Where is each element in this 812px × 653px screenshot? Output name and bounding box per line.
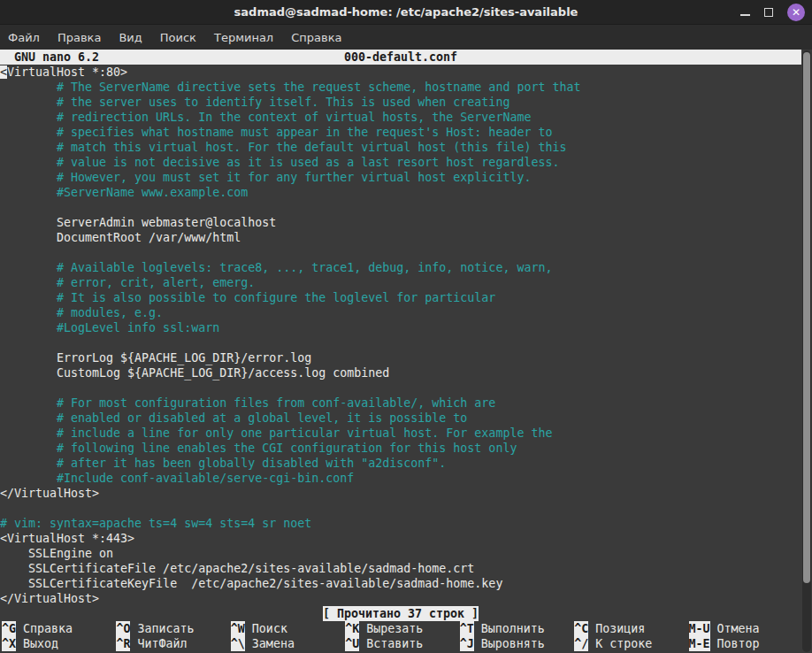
editor-line: # vim: syntax=apache ts=4 sw=4 sts=4 sr … — [0, 516, 801, 531]
shortcut-key: ^/ — [574, 636, 588, 651]
shortcut-item: ^/К строке — [572, 636, 686, 651]
shortcut-key: ^C — [574, 621, 588, 636]
editor-line: SSLEngine on — [0, 546, 801, 561]
editor-line: </VirtualHost> — [0, 486, 801, 501]
editor-line: # error, crit, alert, emerg. — [0, 275, 801, 290]
menu-item-terminal[interactable]: Терминал — [214, 31, 273, 44]
editor-line: # It is also possible to configure the l… — [0, 290, 801, 305]
menu-item-file[interactable]: Файл — [8, 31, 40, 44]
editor-line — [0, 245, 801, 260]
editor-line: #ServerName www.example.com — [0, 185, 801, 200]
nano-status-line: [ Прочитано 37 строк ] — [0, 606, 801, 621]
window-titlebar[interactable]: sadmad@sadmad-home: /etc/apache2/sites-a… — [0, 0, 812, 25]
shortcut-key: ^O — [116, 621, 130, 636]
shortcut-key: ^X — [2, 636, 16, 651]
close-icon: ✕ — [792, 7, 801, 18]
editor-line: # match this virtual host. For the defau… — [0, 140, 801, 155]
editor-line — [0, 380, 801, 396]
shortcut-item: ^GСправка — [0, 621, 114, 636]
shortcut-key: M-U — [689, 621, 710, 636]
nano-editor: GNU nano 6.2 000-default.conf <VirtualHo… — [0, 50, 801, 653]
status-message: [ Прочитано 37 строк ] — [323, 606, 479, 621]
shortcut-item: ^CПозиция — [572, 621, 686, 636]
editor-line — [0, 335, 801, 350]
editor-line: # include a line for only one particular… — [0, 426, 801, 441]
editor-line: CustomLog ${APACHE_LOG_DIR}/access.log c… — [0, 365, 801, 380]
editor-line: # The ServerName directive sets the requ… — [0, 80, 801, 95]
shortcut-label: Выровнять — [474, 636, 545, 651]
shortcut-item: ^WПоиск — [229, 621, 343, 636]
shortcut-key: ^R — [116, 636, 130, 651]
editor-line: <VirtualHost *:443> — [0, 531, 801, 546]
shortcut-item: ^TВыполнить — [458, 621, 572, 636]
shortcut-label: Позиция — [588, 621, 645, 636]
maximize-button[interactable] — [764, 8, 773, 17]
menu-item-help[interactable]: Справка — [291, 31, 341, 44]
editor-line: #Include conf-available/serve-cgi-bin.co… — [0, 471, 801, 486]
window-controls: ✕ — [740, 0, 805, 25]
shortcut-label: Поиск — [245, 621, 287, 636]
editor-line: DocumentRoot /var/www/html — [0, 230, 801, 245]
menu-item-edit[interactable]: Правка — [57, 31, 101, 44]
shortcut-key: ^J — [460, 636, 474, 651]
editor-line — [0, 501, 801, 516]
shortcut-label: ЧитФайл — [130, 636, 187, 651]
editor-line: # specifies what hostname must appear in… — [0, 125, 801, 140]
menu-bar: ФайлПравкаВидПоискТерминалСправка — [0, 25, 812, 50]
editor-line: # following line enables the CGI configu… — [0, 441, 801, 456]
terminal-screen[interactable]: GNU nano 6.2 000-default.conf <VirtualHo… — [0, 50, 812, 653]
shortcut-key: ^K — [345, 621, 359, 636]
shortcut-key: ^U — [345, 636, 359, 651]
shortcut-key: ^G — [2, 621, 16, 636]
menu-item-search[interactable]: Поиск — [160, 31, 196, 44]
shortcut-item: ^RЧитФайл — [114, 636, 228, 651]
editor-line: # redirection URLs. In the context of vi… — [0, 110, 801, 125]
shortcut-item: ^JВыровнять — [458, 636, 572, 651]
nano-shortcuts-row1: ^GСправка^OЗаписать^WПоиск^KВырезать^TВы… — [0, 621, 801, 636]
editor-line: <VirtualHost *:80> — [0, 65, 801, 80]
editor-line: # enabled or disabled at a global level,… — [0, 411, 801, 426]
shortcut-item: M-UОтмена — [687, 621, 801, 636]
shortcut-item: ^XВыход — [0, 636, 114, 651]
shortcut-label: Выход — [16, 636, 58, 651]
editor-line: # For most configuration files from conf… — [0, 396, 801, 411]
editor-line: ErrorLog ${APACHE_LOG_DIR}/error.log — [0, 350, 801, 365]
editor-line: ServerAdmin webmaster@localhost — [0, 215, 801, 230]
shortcut-key: ^W — [231, 621, 245, 636]
shortcut-item: ^UВставить — [343, 636, 457, 651]
shortcut-key: ^T — [460, 621, 474, 636]
shortcut-item: ^KВырезать — [343, 621, 457, 636]
nano-filename: 000-default.conf — [0, 50, 801, 65]
editor-line: # the server uses to identify itself. Th… — [0, 95, 801, 110]
scrollbar-track[interactable] — [802, 50, 811, 652]
terminal-window: sadmad@sadmad-home: /etc/apache2/sites-a… — [0, 0, 812, 653]
shortcut-label: Справка — [16, 621, 73, 636]
shortcut-label: Отмена — [710, 621, 760, 636]
nano-shortcuts-row2: ^XВыход^RЧитФайл^\Замена^UВставить^JВыро… — [0, 636, 801, 651]
nano-header-bar: GNU nano 6.2 000-default.conf — [0, 50, 801, 65]
close-button[interactable]: ✕ — [787, 4, 805, 21]
editor-line: # modules, e.g. — [0, 305, 801, 320]
scrollbar-thumb[interactable] — [803, 52, 810, 583]
shortcut-label: Вырезать — [359, 621, 423, 636]
editor-line: #LogLevel info ssl:warn — [0, 320, 801, 335]
shortcut-item: ^OЗаписать — [114, 621, 228, 636]
shortcut-label: Выполнить — [474, 621, 545, 636]
editor-line: SSLCertificateFile /etc/apache2/sites-av… — [0, 561, 801, 576]
editor-line: # after it has been globally disabled wi… — [0, 456, 801, 471]
menu-item-view[interactable]: Вид — [119, 31, 142, 44]
shortcut-label: Замена — [245, 636, 295, 651]
editor-line: SSLCertificateKeyFile /etc/apache2/sites… — [0, 576, 801, 591]
shortcut-label: Повтор — [710, 636, 760, 651]
minimize-button[interactable] — [740, 8, 750, 18]
shortcut-label: К строке — [588, 636, 652, 651]
shortcut-label: Вставить — [359, 636, 423, 651]
editor-area[interactable]: <VirtualHost *:80> # The ServerName dire… — [0, 65, 801, 606]
shortcut-label: Записать — [130, 621, 194, 636]
editor-line: </VirtualHost> — [0, 591, 801, 606]
editor-line: # value is not decisive as it is used as… — [0, 155, 801, 170]
shortcut-item: M-EПовтор — [687, 636, 801, 651]
shortcut-key: ^\ — [231, 636, 245, 651]
editor-line: # Available loglevels: trace8, ..., trac… — [0, 260, 801, 275]
editor-line: # However, you must set it for any furth… — [0, 170, 801, 185]
